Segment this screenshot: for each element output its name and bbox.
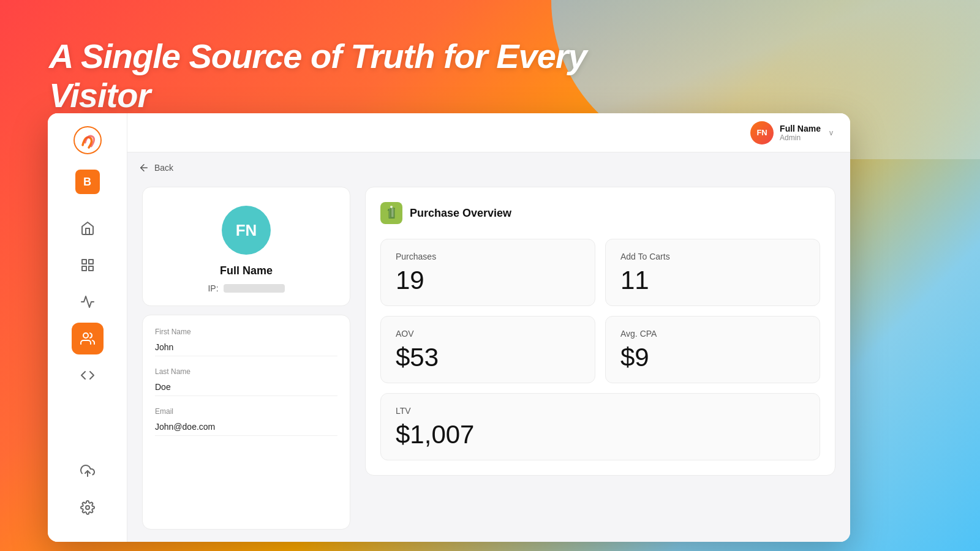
sidebar-item-grid[interactable] — [72, 249, 104, 281]
form-field-email: Email John@doe.com — [155, 407, 337, 436]
sidebar-bottom — [72, 455, 104, 530]
left-panel: FN Full Name IP: First Name John La — [142, 187, 350, 530]
sidebar-item-analytics[interactable] — [72, 286, 104, 318]
svg-rect-3 — [82, 266, 86, 271]
metric-card-purchases: Purchases 19 — [380, 239, 595, 306]
metric-value-add-to-carts: 11 — [620, 268, 805, 293]
shopify-icon — [380, 202, 402, 224]
header: FN Full Name Admin v — [127, 113, 850, 152]
profile-card: FN Full Name IP: — [142, 187, 350, 306]
purchase-overview-title: Purchase Overview — [410, 207, 511, 220]
form-label-firstname: First Name — [155, 328, 337, 336]
ip-label: IP: — [208, 283, 218, 293]
svg-rect-4 — [89, 266, 93, 271]
back-button[interactable]: Back — [134, 157, 178, 178]
avatar: FN — [750, 121, 774, 144]
metrics-grid: Purchases 19 Add To Carts 11 AOV $53 — [380, 239, 820, 460]
metric-value-ltv: $1,007 — [396, 422, 805, 448]
sidebar-item-upload[interactable] — [72, 455, 104, 487]
arrow-left-icon — [138, 162, 149, 173]
b-badge[interactable]: B — [75, 170, 100, 194]
user-details: Full Name Admin — [780, 124, 821, 142]
svg-point-0 — [74, 127, 101, 154]
svg-point-10 — [390, 206, 393, 208]
profile-name: Full Name — [220, 264, 273, 277]
svg-point-7 — [86, 506, 89, 509]
user-name: Full Name — [780, 124, 821, 133]
metric-value-purchases: 19 — [396, 268, 580, 293]
form-value-email: John@doe.com — [155, 418, 337, 436]
form-card: First Name John Last Name Doe Email John… — [142, 315, 350, 530]
form-field-lastname: Last Name Doe — [155, 367, 337, 396]
sidebar-item-code[interactable] — [72, 359, 104, 391]
metric-label-aov: AOV — [396, 329, 580, 339]
purchase-overview-header: Purchase Overview — [380, 202, 820, 224]
form-label-lastname: Last Name — [155, 367, 337, 376]
metric-label-ltv: LTV — [396, 406, 805, 416]
form-value-firstname: John — [155, 339, 337, 356]
chevron-down-icon: v — [829, 129, 833, 137]
svg-rect-1 — [82, 260, 86, 264]
metric-card-ltv: LTV $1,007 — [380, 393, 820, 460]
main-content: FN Full Name Admin v Back — [127, 113, 850, 542]
sidebar-nav — [72, 212, 104, 455]
app-container: B — [48, 113, 850, 542]
form-value-lastname: Doe — [155, 378, 337, 396]
hero-title: A Single Source of Truth for Every Visit… — [49, 37, 662, 116]
sidebar-item-settings[interactable] — [72, 492, 104, 523]
svg-rect-2 — [89, 260, 93, 264]
metric-value-avg-cpa: $9 — [620, 345, 805, 370]
app-logo — [73, 126, 102, 155]
metric-label-purchases: Purchases — [396, 252, 580, 261]
sidebar-item-home[interactable] — [72, 212, 104, 244]
metric-card-avg-cpa: Avg. CPA $9 — [605, 316, 820, 383]
profile-ip-row: IP: — [208, 283, 284, 293]
user-info[interactable]: FN Full Name Admin v — [750, 121, 833, 144]
metric-card-add-to-carts: Add To Carts 11 — [605, 239, 820, 306]
metric-card-aov: AOV $53 — [380, 316, 595, 383]
metric-label-avg-cpa: Avg. CPA — [620, 329, 805, 339]
profile-avatar: FN — [222, 206, 271, 255]
ip-value-blurred — [224, 284, 285, 293]
metric-value-aov: $53 — [396, 345, 580, 370]
form-label-email: Email — [155, 407, 337, 416]
sidebar: B — [48, 113, 127, 542]
right-panel: Purchase Overview Purchases 19 Add To Ca… — [365, 187, 835, 530]
user-role: Admin — [780, 133, 821, 142]
purchase-overview-card: Purchase Overview Purchases 19 Add To Ca… — [365, 187, 835, 476]
sidebar-item-users[interactable] — [72, 323, 104, 354]
form-field-firstname: First Name John — [155, 328, 337, 356]
content-body: FN Full Name IP: First Name John La — [127, 152, 850, 542]
back-label: Back — [154, 163, 173, 173]
metric-label-add-to-carts: Add To Carts — [620, 252, 805, 261]
svg-point-5 — [83, 333, 88, 338]
